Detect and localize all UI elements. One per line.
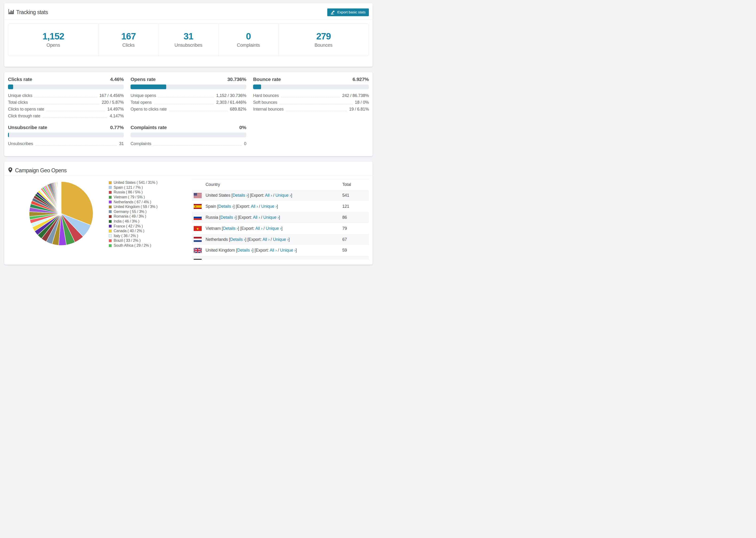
export-unique-link[interactable]: Unique › — [266, 226, 281, 231]
legend-swatch — [109, 200, 112, 203]
geo-table-row: Spain [Details ›] [Export: All › / Uniqu… — [192, 201, 369, 212]
metric-row-label: Internal bounces — [253, 106, 284, 113]
details-link[interactable]: Details › — [230, 237, 245, 242]
page: Tracking stats Export basic stats 1,152 — [0, 0, 378, 265]
geo-opens-header: Campaign Geo Opens — [4, 161, 373, 176]
legend-item[interactable]: Brazil ( 33 / 2% ) — [109, 238, 158, 243]
closing-bracket: ] — [277, 204, 278, 209]
legend-item[interactable]: Spain ( 121 / 7% ) — [109, 185, 158, 190]
geo-table-flag-column — [192, 179, 205, 190]
slash-separator: / — [258, 204, 261, 209]
geo-table: Country Total United States — [192, 179, 369, 260]
export-unique-link[interactable]: Unique › — [275, 193, 291, 198]
legend-label: Brazil ( 33 / 2% ) — [114, 239, 141, 243]
legend-item[interactable]: Canada ( 40 / 2% ) — [109, 229, 158, 234]
stat-bounces: 279 Bounces — [278, 24, 369, 56]
bracket-export-text: ] [Export: — [240, 259, 257, 260]
metric-row-label: Unsubscribes — [8, 140, 33, 147]
geo-table-row: United Kingdom [Details ›] [Export: All … — [192, 245, 369, 256]
details-link[interactable]: Details › — [220, 215, 236, 220]
legend-label: United Kingdom ( 59 / 3% ) — [114, 205, 158, 209]
country-name: United Kingdom [ — [205, 248, 237, 252]
metric-heading: Unsubscribe rate 0.77% — [8, 125, 124, 130]
geo-pie-chart[interactable] — [29, 181, 93, 246]
tracking-stats-body: 1,152 Opens 167 Clicks 31 Unsubscribes 0… — [4, 20, 373, 67]
legend-item[interactable]: France ( 42 / 2% ) — [109, 224, 158, 229]
tracking-stats-header: Tracking stats Export basic stats — [4, 3, 373, 20]
legend-item[interactable]: Vietnam ( 79 / 5% ) — [109, 195, 158, 200]
export-all-link[interactable]: All › — [251, 204, 258, 209]
metric-row: Unsubscribes31 — [8, 140, 124, 147]
legend-label: France ( 42 / 2% ) — [114, 224, 143, 228]
details-link[interactable]: Details › — [218, 204, 233, 209]
stat-clicks: 167 Clicks — [98, 24, 158, 56]
export-all-link[interactable]: All › — [265, 193, 272, 198]
geo-table-row: Russia [Details ›] [Export: All › / Uniq… — [192, 212, 369, 223]
legend-item[interactable]: Italy ( 36 / 2% ) — [109, 234, 158, 239]
bracket-export-text: ] [Export: — [252, 248, 270, 252]
dotted-leader — [35, 145, 117, 146]
geo-table-country-header: Country — [205, 179, 342, 190]
legend-item[interactable]: Romania ( 49 / 3% ) — [109, 214, 158, 219]
details-link[interactable]: Details › — [237, 248, 252, 252]
legend-item[interactable]: Russia ( 86 / 5% ) — [109, 190, 158, 195]
export-unique-link[interactable]: Unique › — [273, 237, 288, 242]
metric-row: Click through rate4.147% — [8, 113, 124, 120]
metric-row-value: 220 / 5.87% — [102, 99, 124, 106]
bar-chart-icon — [8, 9, 14, 16]
export-all-link[interactable]: All › — [255, 226, 262, 231]
metric-row: Clicks to opens rate14.497% — [8, 106, 124, 113]
slash-separator: / — [270, 237, 273, 242]
legend-item[interactable]: United Kingdom ( 59 / 3% ) — [109, 204, 158, 209]
metric-row: Unique clicks167 / 4.456% — [8, 92, 124, 99]
metric-row: Hard bounces242 / 86.738% — [253, 92, 369, 99]
legend-item[interactable]: India ( 46 / 3% ) — [109, 219, 158, 224]
progress-fill — [8, 84, 13, 89]
legend-label: Germany ( 55 / 3% ) — [114, 210, 146, 214]
legend-item[interactable]: Netherlands ( 67 / 4% ) — [109, 199, 158, 204]
map-pin-icon — [8, 167, 13, 174]
legend-item[interactable]: United States ( 541 / 31% ) — [109, 180, 158, 185]
legend-swatch — [109, 239, 112, 242]
export-all-link[interactable]: All › — [270, 248, 277, 252]
clicks-rate-value: 4.46% — [110, 77, 124, 82]
country-name: Russia [ — [205, 215, 220, 220]
legend-item[interactable]: South Africa ( 29 / 2% ) — [109, 243, 158, 248]
metric-row: Soft bounces18 / 0% — [253, 99, 369, 106]
export-all-link[interactable]: All › — [262, 237, 270, 242]
dotted-leader — [286, 111, 347, 111]
flag-united-kingdom — [194, 248, 202, 253]
legend-swatch — [109, 181, 112, 184]
bracket-export-text: ] [Export: — [245, 237, 262, 242]
metric-row: Unique opens1,152 / 30.736% — [131, 92, 246, 99]
metric-row-label: Total clicks — [8, 99, 28, 106]
export-unique-link[interactable]: Unique › — [261, 204, 277, 209]
export-unique-link[interactable]: Unique › — [263, 215, 279, 220]
legend-item[interactable]: Germany ( 55 / 3% ) — [109, 209, 158, 214]
flag-cell — [192, 201, 205, 212]
flag-netherlands — [194, 237, 202, 242]
country-total: 79 — [342, 223, 369, 234]
export-unique-link[interactable]: Unique › — [268, 259, 283, 260]
flag-russia — [194, 215, 202, 220]
opens-rate-value: 30.736% — [227, 77, 246, 82]
export-all-link[interactable]: All › — [253, 215, 260, 220]
metric-row-value: 167 / 4.456% — [99, 92, 124, 99]
export-unique-link[interactable]: Unique › — [280, 248, 296, 252]
details-link[interactable]: Details › — [233, 193, 248, 198]
legend-label: India ( 46 / 3% ) — [114, 219, 139, 224]
export-all-link[interactable]: All › — [257, 259, 264, 260]
clicks-rate-group: Clicks rate 4.46% Unique clicks167 / 4.4… — [8, 77, 124, 120]
dotted-leader — [281, 97, 340, 98]
export-basic-stats-button[interactable]: Export basic stats — [327, 9, 369, 16]
legend-swatch — [109, 225, 112, 228]
geo-opens-title-text: Campaign Geo Opens — [15, 167, 67, 174]
details-link[interactable]: Details › — [225, 259, 240, 260]
flag-vietnam — [194, 226, 202, 231]
legend-label: Vietnam ( 79 / 5% ) — [114, 195, 145, 199]
bracket-export-text: ] [Export: — [236, 215, 253, 220]
slash-separator: / — [262, 226, 266, 231]
stat-clicks-value: 167 — [99, 31, 158, 41]
country-total: 67 — [342, 234, 369, 245]
details-link[interactable]: Details › — [223, 226, 238, 231]
